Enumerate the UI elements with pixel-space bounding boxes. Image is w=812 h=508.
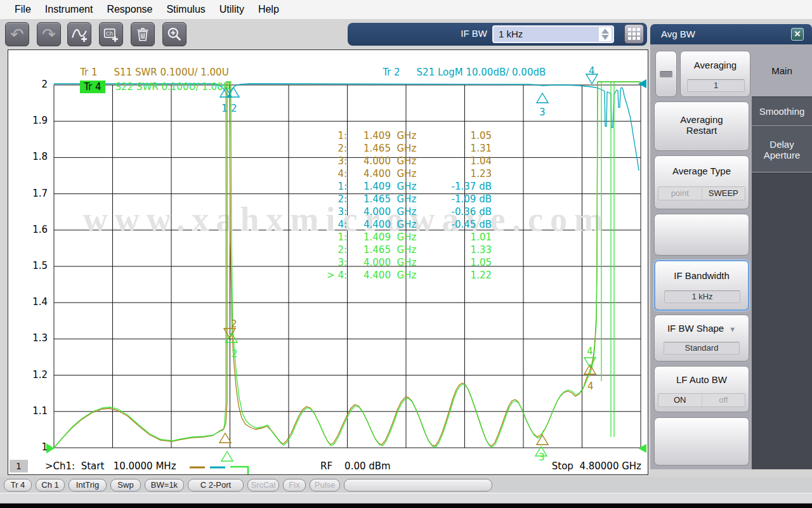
redo-icon: ↷ [42, 23, 56, 46]
marker-number: 1: [294, 130, 347, 143]
ifbw-shape-label: IF BW Shape▼ [655, 323, 749, 334]
redo-button[interactable]: ↷ [37, 22, 61, 46]
y-tick-1.8: 1.8 [17, 151, 48, 164]
tab-main[interactable]: Main [752, 47, 812, 95]
statusbar-fix: Fix [283, 479, 306, 492]
y-tick-1.3: 1.3 [17, 332, 48, 345]
marker-value: 1.04 [438, 155, 492, 168]
y-tick-1.7: 1.7 [17, 188, 48, 200]
menu-utility[interactable]: Utility [213, 4, 251, 15]
if-bandwidth-button[interactable]: IF Bandwidth 1 kHz [654, 260, 749, 311]
zoom-button[interactable] [162, 22, 187, 46]
vna-application-window: FileInstrumentResponseStimulusUtilityHel… [0, 0, 812, 508]
trace2-name: Tr 2 [383, 67, 400, 78]
marker-value: 1.23 [438, 168, 492, 181]
ifbw-input-value: 1 kHz [499, 29, 523, 39]
averaging-button[interactable]: Averaging 1 [680, 51, 750, 97]
marker-row-tr2-4: 4:4.400 GHz-0.45 dB [294, 219, 492, 231]
y-tick-1: 1 [17, 441, 48, 454]
y-tick-1.9: 1.9 [17, 115, 48, 127]
ifbw-input[interactable]: 1 kHz [492, 25, 614, 43]
marker-value: 1.22 [438, 270, 492, 282]
menu-help[interactable]: Help [251, 4, 286, 15]
statusbar-ch-1[interactable]: Ch 1 [36, 479, 65, 492]
ifbw-shape-button[interactable]: IF BW Shape▼ Standard [654, 315, 749, 361]
y-tick-1.1: 1.1 [17, 405, 48, 418]
statusbar-bw-1k[interactable]: BW=1k [145, 479, 184, 492]
marker-row-tr4-2: 2:1.465 GHz1.33 [294, 244, 492, 257]
ifbw-spinner[interactable] [599, 27, 612, 41]
undo-icon: ↶ [10, 23, 24, 46]
stop-frequency-label: Stop 4.80000 GHz [552, 460, 641, 472]
message-strip [0, 493, 812, 504]
delete-trace-button[interactable] [131, 22, 155, 46]
lf-auto-bw-off[interactable]: off [702, 394, 745, 407]
marker-frequency: 4.400 GHz [363, 168, 438, 181]
add-trace-icon [71, 26, 88, 42]
if-bandwidth-label: IF Bandwidth [655, 270, 748, 281]
zoom-in-icon [166, 26, 183, 42]
tab-smoothing[interactable]: Smoothing [752, 96, 812, 126]
marker-row-tr1-2: 2:1.465 GHz1.31 [294, 143, 492, 155]
lf-auto-bw-toggle[interactable]: ON off [658, 393, 745, 407]
softkey-panel-header[interactable]: Avg BW ✕ [650, 24, 812, 44]
marker-number: 2: [294, 193, 347, 206]
add-channel-button[interactable]: Ch [99, 22, 123, 46]
empty-softkey-2[interactable] [654, 417, 749, 466]
trace2-title[interactable]: Tr 2S21 LogM 10.00dB/ 0.00dB [358, 55, 546, 89]
tab-delay-aperture[interactable]: Delay Aperture [752, 126, 812, 172]
marker-frequency: 4.400 GHz [363, 219, 438, 231]
statusbar-srccal: SrcCal [247, 479, 279, 492]
menu-response[interactable]: Response [100, 4, 159, 15]
trace4-title[interactable]: Tr 4S22 SWR 0.100U/ 1.00U [56, 69, 230, 105]
add-trace-button[interactable] [67, 22, 91, 46]
keypad-button[interactable] [624, 24, 644, 44]
spinner-up-icon[interactable] [601, 29, 609, 34]
chevron-down-icon: ▼ [729, 325, 736, 333]
marker-frequency: 1.409 GHz [363, 181, 438, 193]
average-type-toggle[interactable]: point SWEEP [658, 186, 745, 200]
marker-value: -1.09 dB [438, 193, 492, 206]
marker-frequency: 1.465 GHz [363, 244, 438, 257]
bottom-frame-bar [0, 504, 812, 508]
marker-frequency: 1.465 GHz [363, 193, 438, 206]
menu-bar: FileInstrumentResponseStimulusUtilityHel… [0, 0, 812, 19]
marker-frequency: 4.000 GHz [363, 257, 438, 270]
empty-softkey-1[interactable] [654, 214, 749, 256]
trace4-active-badge: Tr 4 [80, 81, 105, 93]
statusbar-c-2-port[interactable]: C 2-Port [188, 479, 244, 492]
average-type-button[interactable]: Average Type point SWEEP [654, 155, 749, 209]
rf-power-label: RF 0.00 dBm [320, 460, 391, 472]
statusbar-empty [344, 479, 492, 492]
menu-file[interactable]: File [8, 4, 38, 15]
lf-auto-bw-button[interactable]: LF Auto BW ON off [654, 366, 749, 412]
statusbar-swp[interactable]: Swp [110, 479, 141, 492]
averaging-toggle-button[interactable] [655, 51, 677, 97]
marker-row-tr4-4: > 4:4.400 GHz1.22 [294, 270, 492, 282]
chart-area: www.xahxmicrowave.com 123424234 Tr 1S11 … [8, 49, 648, 475]
average-type-sweep[interactable]: SWEEP [702, 187, 745, 200]
marker-number: 4: [294, 168, 347, 181]
close-icon[interactable]: ✕ [791, 28, 804, 41]
statusbar-tr-4[interactable]: Tr 4 [4, 479, 32, 492]
averaging-restart-label: Averaging Restart [655, 114, 749, 136]
tab-column-filler [752, 173, 812, 469]
softkey-tab-column: Main Smoothing Delay Aperture [752, 44, 812, 469]
y-tick-1.5: 1.5 [17, 260, 48, 273]
marker-number: 3: [294, 257, 347, 270]
statusbar-inttrig[interactable]: IntTrig [69, 479, 107, 492]
menu-stimulus[interactable]: Stimulus [159, 4, 212, 15]
marker-number: 1: [294, 231, 347, 244]
marker-frequency: 1.409 GHz [363, 231, 438, 244]
marker-value: -0.45 dB [438, 219, 492, 231]
spinner-down-icon[interactable] [601, 35, 609, 40]
marker-row-tr4-3: 3:4.000 GHz1.05 [294, 257, 492, 270]
marker-row-tr2-3: 3:4.000 GHz-0.36 dB [294, 206, 492, 219]
y-tick-1.6: 1.6 [17, 224, 48, 237]
lf-auto-bw-on[interactable]: ON [658, 394, 702, 407]
undo-button[interactable]: ↶ [5, 22, 29, 46]
marker-value: -1.37 dB [438, 181, 492, 193]
menu-instrument[interactable]: Instrument [38, 4, 100, 15]
averaging-restart-button[interactable]: Averaging Restart [654, 101, 749, 151]
average-type-point[interactable]: point [658, 187, 702, 200]
